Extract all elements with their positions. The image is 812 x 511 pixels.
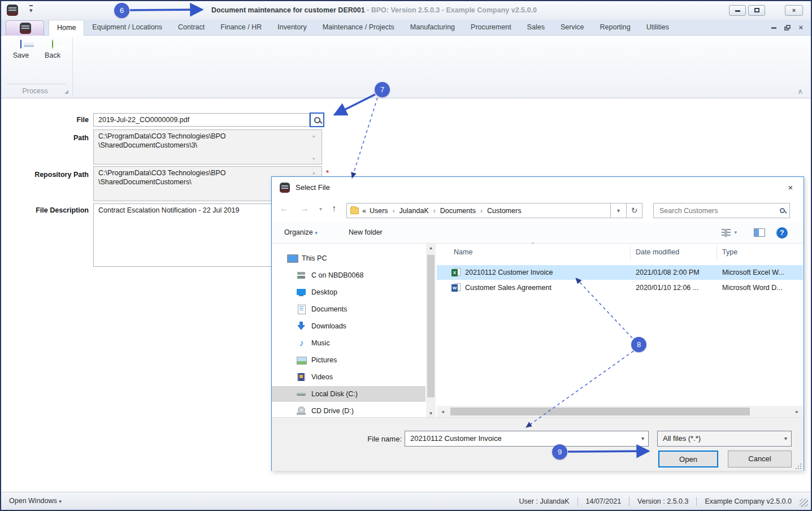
address-dropdown-icon[interactable]: ▾ — [611, 203, 627, 218]
column-name[interactable]: Name — [454, 248, 472, 256]
scroll-left-icon[interactable]: ◂ — [438, 409, 448, 414]
breadcrumb-julandak[interactable]: JulandaK — [400, 207, 429, 215]
sidebar-item-downloads[interactable]: Downloads — [272, 318, 425, 334]
sidebar-item-label: C on NBDB0068 — [311, 271, 363, 279]
nav-up-icon[interactable]: ↑ — [332, 203, 336, 214]
back-label: Back — [40, 51, 66, 59]
open-windows-dropdown[interactable]: Open Windows ▾ — [9, 492, 62, 510]
collapse-ribbon-icon[interactable]: ∧ — [797, 87, 803, 96]
quick-access-chevron-icon[interactable]: ▾ — [29, 5, 33, 14]
column-type[interactable]: Type — [722, 248, 737, 256]
scrollbar-thumb[interactable] — [450, 408, 750, 415]
close-button[interactable]: × — [785, 5, 803, 16]
scrollbar-thumb[interactable] — [427, 255, 435, 397]
nav-history-chevron-icon[interactable]: ▾ — [319, 206, 322, 212]
refresh-icon[interactable]: ↻ — [627, 203, 642, 218]
dialog-body: This PC C on NBDB0068 Desktop Documents … — [272, 244, 804, 417]
list-view-icon — [722, 229, 731, 237]
sidebar-item-cd-drive-d[interactable]: CD Drive (D:) — [272, 403, 425, 417]
breadcrumb-customers[interactable]: Customers — [487, 207, 521, 215]
tab-home[interactable]: Home — [49, 20, 84, 36]
tab-equipment-locations[interactable]: Equipment / Locations — [84, 20, 170, 36]
sidebar-item-videos[interactable]: Videos — [272, 369, 425, 385]
window-resize-grip[interactable] — [800, 499, 808, 507]
callout-8: 8 — [631, 337, 646, 352]
open-button[interactable]: Open — [658, 451, 718, 467]
back-button[interactable]: Back — [40, 40, 66, 59]
chevron-down-icon: ▾ — [734, 222, 737, 243]
sidebar-item-label: CD Drive (D:) — [311, 407, 354, 415]
save-button[interactable]: Save — [8, 40, 34, 59]
column-date-modified[interactable]: Date modified — [636, 248, 679, 256]
minimize-button[interactable] — [729, 5, 746, 16]
crumb-separator-icon: › — [479, 207, 484, 215]
maximize-icon — [754, 8, 759, 12]
tab-service[interactable]: Service — [553, 20, 592, 36]
view-mode-button[interactable]: ▾ — [722, 222, 737, 243]
column-separator[interactable] — [630, 245, 631, 261]
path-scroll-down-icon[interactable]: ▾ — [312, 157, 315, 162]
tab-manufacturing[interactable]: Manufacturing — [402, 20, 463, 36]
file-name-cell: Customer Sales Agreement — [465, 280, 552, 295]
horizontal-scrollbar[interactable]: ◂ ▸ — [437, 406, 803, 417]
sidebar-item-local-disk-c[interactable]: Local Disk (C:) — [272, 386, 425, 402]
dialog-close-icon[interactable]: × — [778, 177, 804, 198]
file-type-select[interactable]: All files (*.*) ▾ — [657, 431, 792, 447]
file-name-cell: 20210112 Customer Invoice — [465, 265, 553, 280]
sidebar-item-pictures[interactable]: Pictures — [272, 352, 425, 368]
breadcrumb-users[interactable]: Users — [370, 207, 388, 215]
breadcrumb-prefix[interactable]: « — [362, 207, 366, 215]
tab-sales[interactable]: Sales — [519, 20, 553, 36]
tab-finance-hr[interactable]: Finance / HR — [212, 20, 270, 36]
ribbon-group-label: Process — [1, 87, 69, 95]
search-box[interactable] — [653, 203, 790, 218]
path-input[interactable]: C:\ProgramData\CO3 Technologies\BPO \Sha… — [93, 129, 322, 164]
tab-maintenance-projects[interactable]: Maintenance / Projects — [315, 20, 402, 36]
scroll-right-icon[interactable]: ▸ — [792, 409, 802, 414]
scroll-down-icon[interactable]: ▾ — [426, 410, 436, 416]
organize-button[interactable]: Organize ▾ — [284, 222, 318, 243]
new-folder-button[interactable]: New folder — [349, 222, 383, 243]
search-input[interactable] — [658, 206, 780, 215]
file-row-sales-agreement[interactable]: W Customer Sales Agreement 2020/01/10 12… — [437, 280, 803, 295]
tab-procurement[interactable]: Procurement — [463, 20, 519, 36]
breadcrumb-documents[interactable]: Documents — [440, 207, 476, 215]
application-menu-button[interactable] — [6, 20, 44, 36]
nav-forward-icon[interactable]: → — [300, 203, 309, 214]
sidebar-item-desktop[interactable]: Desktop — [272, 284, 425, 300]
tab-inventory[interactable]: Inventory — [270, 20, 314, 36]
app-logo-icon — [7, 5, 18, 16]
file-name-input[interactable]: 20210112 Customer Invoice ▾ — [405, 431, 649, 447]
mdi-close-icon[interactable]: × — [798, 25, 803, 31]
preview-pane-button[interactable] — [754, 222, 765, 243]
file-browse-button[interactable] — [310, 112, 324, 127]
mdi-minimize-icon[interactable] — [771, 27, 776, 29]
sidebar-item-label: Downloads — [311, 322, 346, 330]
status-bar: Open Windows ▾ User : JulandaK 14/07/202… — [1, 492, 811, 510]
column-separator[interactable] — [717, 245, 717, 261]
sidebar-item-this-pc[interactable]: This PC — [272, 250, 425, 266]
group-dialog-launcher[interactable] — [64, 90, 68, 94]
status-version: Version : 2.5.0.3 — [637, 497, 688, 505]
path-scroll-up-icon[interactable]: ▴ — [312, 133, 315, 138]
tab-contract[interactable]: Contract — [170, 20, 212, 36]
mdi-restore-icon[interactable] — [784, 25, 791, 31]
tab-reporting[interactable]: Reporting — [592, 20, 639, 36]
help-button[interactable]: ? — [776, 222, 788, 243]
nav-back-icon[interactable]: ← — [280, 203, 289, 214]
scroll-up-icon[interactable]: ▴ — [426, 245, 436, 250]
tab-utilities[interactable]: Utilities — [639, 20, 677, 36]
dialog-resize-grip[interactable] — [795, 463, 802, 470]
repository-scroll-up-icon[interactable]: ▴ — [312, 170, 315, 175]
vertical-scrollbar[interactable]: ▴ ▾ — [426, 244, 436, 417]
window-title-rest: - BPO: Version 2.5.0.3 - Example Company… — [365, 6, 537, 14]
cancel-button[interactable]: Cancel — [728, 451, 792, 467]
sidebar-item-music[interactable]: ♪Music — [272, 335, 425, 351]
file-row-customer-invoice[interactable]: X 20210112 Customer Invoice 2021/01/08 2… — [437, 265, 803, 280]
sidebar-item-c-on-nbdb0068[interactable]: C on NBDB0068 — [272, 267, 425, 283]
maximize-button[interactable] — [748, 5, 765, 16]
sidebar-item-label: Documents — [311, 305, 347, 313]
sidebar-item-documents[interactable]: Documents — [272, 301, 425, 317]
address-bar[interactable]: « Users › JulandaK › Documents › Custome… — [346, 203, 611, 218]
file-input[interactable]: 2019-Jul-22_CO0000009.pdf — [93, 113, 310, 127]
